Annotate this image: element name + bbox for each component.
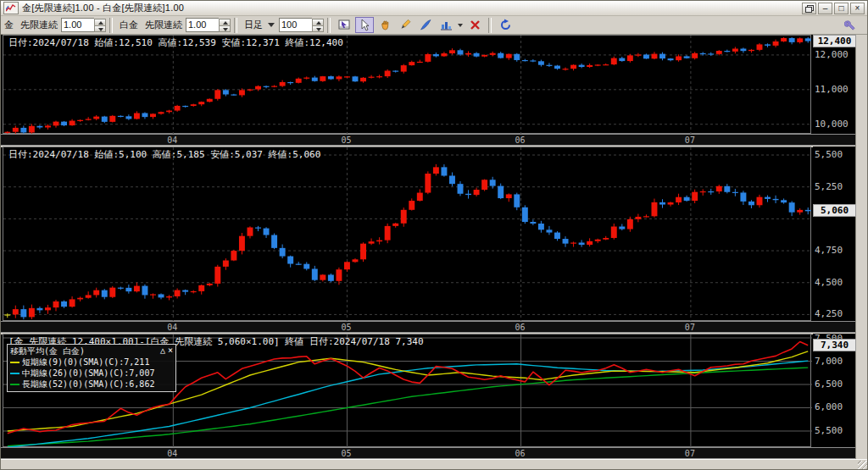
app-chart-icon bbox=[3, 2, 19, 14]
month-tick-label: 05 bbox=[341, 323, 351, 332]
toolbar-separator bbox=[488, 18, 492, 33]
month-tick-label: 04 bbox=[167, 323, 177, 332]
price-axis-2[interactable]: 5,5005,2504,7504,5004,2505,060 bbox=[813, 147, 855, 333]
gold-ratio-value[interactable]: 1.00 bbox=[61, 18, 94, 32]
axis-tick-label: 6,000 bbox=[815, 401, 843, 412]
hand-pan-icon[interactable] bbox=[376, 17, 394, 33]
minimize-button[interactable]: – bbox=[818, 3, 832, 14]
current-price-label: 5,060 bbox=[813, 204, 856, 217]
period-dropdown-icon[interactable] bbox=[268, 23, 275, 27]
axis-tick-label: 4,250 bbox=[815, 308, 843, 319]
chart-type-icon[interactable] bbox=[437, 17, 455, 33]
bar-count-arrows[interactable] bbox=[312, 19, 324, 32]
gold-series-label: 先限連続 bbox=[20, 19, 58, 31]
axis-tick-label: 4,750 bbox=[815, 245, 843, 256]
legend-close-button[interactable]: × bbox=[168, 346, 173, 355]
toolbar-separator bbox=[109, 18, 113, 33]
moving-average-legend: 移動平均(金 白金)△×短期線(9)(0)(SMA)(C):7,211中期線(2… bbox=[7, 344, 176, 392]
resize-grip[interactable] bbox=[858, 461, 868, 470]
time-axis-1[interactable]: 04050607 bbox=[1, 134, 855, 146]
month-tick-label: 07 bbox=[685, 449, 695, 458]
month-tick-label: 07 bbox=[685, 135, 695, 145]
toolbar: 金 先限連続 1.00 白金 先限連続 1.00 日足 100 bbox=[1, 16, 867, 35]
settings-wrench-icon[interactable] bbox=[841, 17, 860, 33]
month-tick-label: 04 bbox=[167, 449, 177, 458]
refresh-icon[interactable] bbox=[496, 17, 515, 33]
crosshair-tool-icon[interactable] bbox=[335, 17, 353, 33]
axis-tick-label: 6,500 bbox=[815, 379, 843, 390]
legend-row: 中期線(26)(0)(SMA)(C):7,007 bbox=[10, 368, 173, 379]
gold-ratio-arrows[interactable] bbox=[94, 19, 106, 32]
plot-canvas[interactable] bbox=[3, 36, 812, 135]
current-price-label: 7,340 bbox=[813, 339, 856, 351]
chart-workspace: 日付:2024/07/18 始値:12,510 高値:12,539 安値:12,… bbox=[1, 35, 868, 459]
legend-line-swatch bbox=[10, 384, 19, 385]
axis-tick-label: 12,000 bbox=[815, 49, 849, 60]
month-tick-label: 05 bbox=[341, 135, 351, 145]
chart-window: 金[先限連続]1.00 - 白金[先限連続]1.00 –□× 金 先限連続 1.… bbox=[0, 0, 868, 470]
time-axis-2[interactable]: 04050607 bbox=[1, 321, 855, 333]
time-axis-3[interactable]: 04050607 bbox=[1, 447, 855, 459]
month-tick-label: 06 bbox=[515, 323, 526, 332]
month-tick-label: 05 bbox=[341, 449, 351, 458]
platinum-ratio-value[interactable]: 1.00 bbox=[186, 18, 219, 32]
toolbar-separator bbox=[234, 18, 237, 33]
axis-tick-label: 5,500 bbox=[815, 425, 843, 436]
window-title: 金[先限連続]1.00 - 白金[先限連続]1.00 bbox=[22, 2, 184, 14]
price-axis-3[interactable]: 7,5007,0006,5006,0005,5005,0007,340 bbox=[813, 334, 855, 459]
platinum-series-label: 先限連続 bbox=[145, 19, 182, 31]
legend-title: 移動平均(金 白金) bbox=[10, 346, 85, 357]
brush-draw-icon[interactable] bbox=[416, 17, 435, 33]
axis-tick-label: 5,500 bbox=[815, 149, 843, 160]
axis-tick-label: 5,250 bbox=[815, 181, 843, 192]
month-tick-label: 06 bbox=[515, 449, 526, 458]
platinum-ratio-arrows[interactable] bbox=[219, 19, 231, 32]
legend-line-swatch bbox=[10, 362, 19, 363]
axis-tick-label: 10,000 bbox=[815, 119, 849, 130]
axis-tick-label: 11,000 bbox=[815, 84, 849, 95]
bar-count-value[interactable]: 100 bbox=[279, 18, 312, 32]
gold-label: 金 bbox=[4, 19, 14, 31]
close-button[interactable]: × bbox=[850, 3, 865, 14]
panel-1-info-line: 日付:2024/07/18 始値:12,510 高値:12,539 安値:12,… bbox=[8, 36, 343, 49]
month-tick-label: 06 bbox=[515, 135, 526, 145]
month-tick-label: 04 bbox=[167, 135, 177, 145]
platinum-ratio-spinner[interactable]: 1.00 bbox=[186, 18, 231, 32]
legend-row-label: 中期線(26)(0)(SMA)(C):7,007 bbox=[22, 368, 154, 379]
platinum-label: 白金 bbox=[120, 19, 138, 31]
delete-drawing-icon[interactable] bbox=[465, 17, 484, 33]
legend-line-swatch bbox=[10, 373, 19, 374]
price-axis-1[interactable]: 12,00011,00010,00012,400 bbox=[813, 35, 855, 146]
title-bar[interactable]: 金[先限連続]1.00 - 白金[先限連続]1.00 –□× bbox=[1, 1, 867, 16]
status-bar bbox=[1, 459, 868, 470]
legend-row-label: 短期線(9)(0)(SMA)(C):7,211 bbox=[22, 357, 149, 368]
candlestick-plot-1[interactable]: 日付:2024/07/18 始値:12,510 高値:12,539 安値:12,… bbox=[3, 35, 811, 134]
legend-row: 短期線(9)(0)(SMA)(C):7,211 bbox=[10, 357, 173, 368]
plot-canvas[interactable] bbox=[3, 147, 812, 322]
spread-plot[interactable]: [金 先限連続 12,400×1.00]-[白金 先限連続 5,060×1.00… bbox=[3, 334, 811, 447]
month-tick-label: 07 bbox=[685, 323, 695, 332]
maximize-button[interactable]: □ bbox=[834, 3, 849, 14]
legend-row: 長期線(52)(0)(SMA)(C):6,862 bbox=[10, 379, 173, 390]
pencil-draw-icon[interactable] bbox=[396, 17, 415, 33]
panel-2-info-line: 日付:2024/07/18 始値:5,100 高値:5,185 安値:5,037… bbox=[8, 148, 320, 161]
bar-count-spinner[interactable]: 100 bbox=[279, 18, 324, 32]
chart-type-dropdown-icon[interactable] bbox=[456, 17, 465, 33]
axis-tick-label: 4,500 bbox=[815, 277, 843, 288]
current-price-label: 12,400 bbox=[813, 35, 856, 47]
legend-collapse-button[interactable]: △ bbox=[160, 346, 165, 355]
restore-window-button[interactable] bbox=[802, 3, 816, 14]
axis-tick-label: 7,000 bbox=[815, 356, 843, 367]
gold-ratio-spinner[interactable]: 1.00 bbox=[61, 18, 106, 32]
legend-row-label: 長期線(52)(0)(SMA)(C):6,862 bbox=[22, 379, 154, 390]
right-margin-column bbox=[855, 35, 868, 459]
toolbar-separator bbox=[327, 18, 331, 33]
candlestick-plot-2[interactable]: 日付:2024/07/18 始値:5,100 高値:5,185 安値:5,037… bbox=[3, 147, 811, 321]
select-tool-icon[interactable] bbox=[355, 17, 374, 33]
period-select[interactable]: 日足 bbox=[244, 19, 263, 31]
